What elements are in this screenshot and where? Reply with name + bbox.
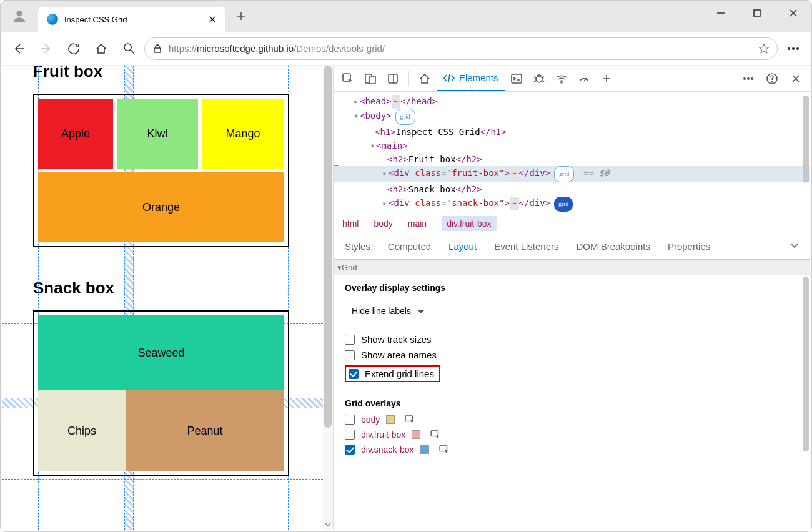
tab-title: Inspect CSS Grid [64,15,202,24]
cell-chips: Chips [38,390,126,471]
dom-selected-row[interactable]: ▸<div class="fruit-box">⋯</div>grid== $0 [334,166,810,182]
devtools-menu-button[interactable] [738,68,759,89]
favorite-icon[interactable] [758,43,770,54]
wifi-icon [555,72,568,85]
crumb-main[interactable]: main [408,219,427,229]
scrollbar-thumb[interactable] [803,96,809,183]
subtab-styles[interactable]: Styles [345,241,370,252]
home-button[interactable] [89,37,113,61]
cell-apple: Apple [38,99,113,169]
overlay-settings-title: Overlay display settings [345,283,799,293]
console-tab-icon[interactable] [506,68,527,89]
snack-box-grid: Seaweed Chips Peanut [33,310,289,476]
checkbox-checked-icon [349,369,359,379]
close-icon [791,74,801,84]
forward-button[interactable] [34,37,58,61]
overlay-snack-row[interactable]: div.snack-box [345,445,799,455]
home-icon [418,72,431,85]
reveal-icon[interactable] [439,445,450,454]
color-swatch[interactable] [420,445,429,454]
browser-tab[interactable]: Inspect CSS Grid [38,7,225,32]
grid-section-header[interactable]: ▾ Grid [334,259,810,275]
reveal-icon[interactable] [430,430,442,439]
crumb-html[interactable]: html [342,219,359,229]
dock-button[interactable] [382,68,404,89]
svg-point-18 [771,81,773,82]
gauge-icon [578,72,590,85]
color-swatch[interactable] [412,430,420,439]
svg-rect-3 [154,48,161,52]
subtab-computed[interactable]: Computed [388,241,431,252]
extend-grid-lines-row[interactable]: Extend grid lines [349,368,434,379]
more-tabs-button[interactable] [596,68,617,89]
edge-icon [47,14,58,25]
subtab-dom-breakpoints[interactable]: DOM Breakpoints [577,241,650,252]
subtab-overflow[interactable] [790,241,799,252]
cell-orange: Orange [38,172,284,242]
close-window-button[interactable] [775,1,811,26]
svg-point-0 [16,11,22,16]
devtools-tabbar: Elements [334,66,810,92]
device-icon [364,72,377,85]
device-toggle-button[interactable] [360,68,381,89]
inspect-icon [342,72,354,85]
overlay-fruit-row[interactable]: div.fruit-box [345,430,799,440]
minimize-button[interactable] [703,1,739,26]
new-tab-button[interactable] [225,1,257,32]
plus-icon [602,74,611,84]
browser-toolbar: https://microsoftedge.github.io/Demos/de… [1,32,811,66]
subtab-layout[interactable]: Layout [448,241,477,252]
line-labels-select[interactable]: Hide line labels [345,302,430,320]
overlay-body-row[interactable]: body [345,415,799,425]
window-controls [703,1,811,26]
layout-scrollbar[interactable] [801,275,810,530]
welcome-tab[interactable] [414,68,435,89]
page-viewport: Fruit box Apple Kiwi Mango Orange Snack … [2,66,333,530]
arrow-right-icon [40,42,52,55]
search-button[interactable] [117,37,141,61]
maximize-button[interactable] [739,1,775,26]
performance-tab-icon[interactable] [573,68,595,89]
cell-peanut: Peanut [126,390,284,471]
reveal-icon[interactable] [405,415,416,424]
cell-mango: Mango [202,99,284,169]
close-tab-icon[interactable] [208,15,217,24]
address-bar[interactable]: https://microsoftedge.github.io/Demos/de… [144,37,778,60]
back-button[interactable] [7,37,31,61]
scrollbar-thumb[interactable] [324,66,332,428]
show-track-sizes-row[interactable]: Show track sizes [345,334,799,345]
settings-menu-button[interactable] [781,37,805,61]
elements-tab[interactable]: Elements [437,66,505,91]
svg-rect-9 [370,76,375,84]
show-area-names-row[interactable]: Show area names [345,350,799,360]
styles-subtabs: Styles Computed Layout Event Listeners D… [334,234,810,259]
bug-icon [533,72,545,85]
profile-button[interactable] [1,1,38,32]
devtools-close-button[interactable] [785,68,806,89]
grid-overlays-title: Grid overlays [345,398,799,408]
sources-tab-icon[interactable] [528,68,550,89]
grid-overlay-line [2,479,323,480]
color-swatch[interactable] [386,415,395,424]
chevron-down-icon [790,241,799,250]
dock-icon [387,73,399,84]
devtools-help-button[interactable] [761,68,783,89]
scrollbar-thumb[interactable] [803,277,809,451]
svg-rect-10 [389,74,397,83]
refresh-button[interactable] [62,37,86,61]
dom-tree[interactable]: ⋯ ▸<head>⋯</head> ▾<body>grid <h1>Inspec… [334,92,810,212]
inspect-element-button[interactable] [337,68,359,89]
plus-icon [236,11,246,21]
checkbox-icon [345,350,355,360]
window-titlebar: Inspect CSS Grid [1,1,811,32]
subtab-properties[interactable]: Properties [668,241,710,252]
code-icon [443,72,455,84]
network-tab-icon[interactable] [551,68,572,89]
subtab-event-listeners[interactable]: Event Listeners [494,241,558,252]
dom-scrollbar[interactable] [801,92,810,212]
url-text: https://microsoftedge.github.io/Demos/de… [169,43,385,54]
svg-point-16 [751,77,753,79]
crumb-body[interactable]: body [374,219,392,229]
crumb-selected[interactable]: div.fruit-box [442,216,496,231]
page-scrollbar[interactable] [323,66,333,530]
